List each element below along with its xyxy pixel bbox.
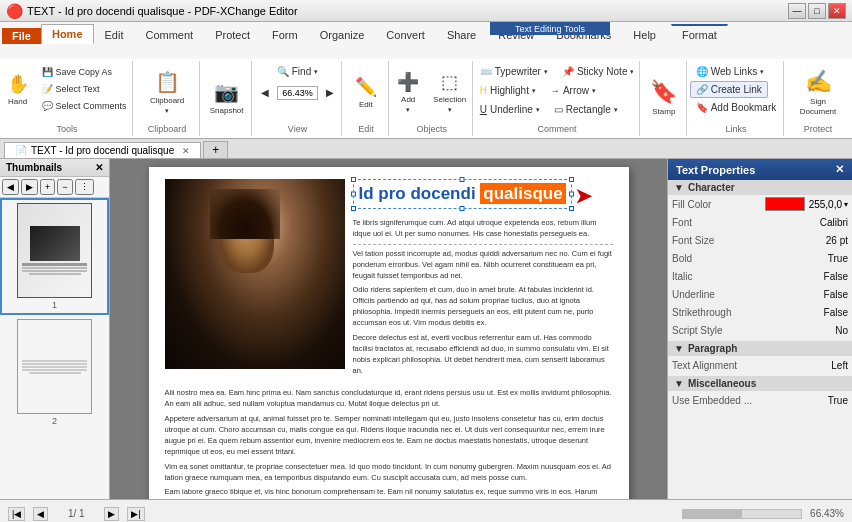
doc-tab-label: TEXT - Id pro docendi qualisque (31, 145, 174, 156)
zoom-slider[interactable] (682, 509, 802, 519)
zoom-input[interactable]: 66.43% (277, 86, 318, 100)
tab-format[interactable]: Format (671, 24, 728, 44)
use-embedded-row: Use Embedded ... True (668, 391, 852, 409)
stamp-button[interactable]: 🔖 Stamp (645, 70, 682, 126)
tab-help[interactable]: Help (622, 25, 667, 44)
minimize-button[interactable]: — (788, 3, 806, 19)
protect-content: ✍️ Sign Document (790, 63, 846, 122)
hand-icon: ✋ (7, 73, 29, 95)
next-page-button[interactable]: ▶ (104, 507, 119, 521)
thumbnail-page-1[interactable]: 1 (0, 198, 109, 315)
thumbnail-image-2 (17, 319, 92, 414)
highlight-button[interactable]: H Highlight ▾ (474, 82, 542, 99)
ribbon-group-objects: ➕ Add ▾ ⬚ Selection ▾ Objects (391, 61, 474, 136)
thumb-zoom-in[interactable]: + (40, 179, 55, 195)
sign-document-button[interactable]: ✍️ Sign Document (790, 65, 846, 121)
properties-close-button[interactable]: ✕ (835, 163, 844, 176)
handle-br[interactable] (569, 206, 574, 211)
font-size-row: Font Size 26 pt (668, 231, 852, 249)
font-row: Font Calibri (668, 213, 852, 231)
select-comments-button[interactable]: 💬 Select Comments (36, 98, 133, 114)
italic-label: Italic (672, 271, 760, 282)
select-text-button[interactable]: 📝 Select Text (36, 81, 133, 97)
doc-tab-active[interactable]: 📄 TEXT - Id pro docendi qualisque ✕ (4, 142, 201, 158)
select-text-icon: 📝 (42, 84, 53, 94)
doc-title-container[interactable]: Id pro docendi qualisque (353, 179, 572, 209)
handle-mr[interactable] (569, 192, 574, 197)
stamp-content: 🔖 Stamp (645, 63, 682, 132)
rectangle-button[interactable]: ▭ Rectangle ▾ (548, 101, 624, 118)
title-bar-left: 🔴 TEXT - Id pro docendi qualisque - PDF-… (6, 3, 298, 19)
doc-title-highlight: qualisque (480, 183, 565, 204)
snapshot-button[interactable]: 📷 Snapshot (205, 70, 249, 126)
web-links-icon: 🌐 (696, 66, 708, 77)
handle-bm[interactable] (460, 206, 465, 211)
strikethrough-label: Strikethrough (672, 307, 760, 318)
maximize-button[interactable]: □ (808, 3, 826, 19)
paragraph-collapse-icon: ▼ (674, 343, 684, 354)
doc-tab-close-button[interactable]: ✕ (182, 146, 190, 156)
thumbnail-page-2[interactable]: 2 (0, 315, 109, 430)
add-button[interactable]: ➕ Add ▾ (392, 65, 424, 121)
tab-edit[interactable]: Edit (94, 25, 135, 44)
zoom-out-button[interactable]: ◀ (255, 84, 275, 101)
paragraph-section-header[interactable]: ▼ Paragraph (668, 341, 852, 356)
doc-full-text-4: Eam labore graeco tibique et, vis hinc b… (165, 487, 613, 499)
tab-comment[interactable]: Comment (134, 25, 204, 44)
ribbon-group-clipboard: 📋 Clipboard ▾ Clipboard (135, 61, 200, 136)
document-tabs: 📄 TEXT - Id pro docendi qualisque ✕ + (0, 139, 852, 159)
web-links-button[interactable]: 🌐 Web Links ▾ (690, 63, 771, 80)
thumb-nav-left[interactable]: ◀ (2, 179, 19, 195)
clipboard-button[interactable]: 📋 Clipboard ▾ (145, 65, 189, 121)
handle-bl[interactable] (351, 206, 356, 211)
arrow-button[interactable]: → Arrow ▾ (544, 82, 602, 99)
tab-form[interactable]: Form (261, 25, 309, 44)
edit-button[interactable]: ✏️ Edit (350, 65, 382, 121)
ribbon-group-edit: ✏️ Edit Edit (344, 61, 389, 136)
misc-section-header[interactable]: ▼ Miscellaneous (668, 376, 852, 391)
prev-page-button[interactable]: ◀ (33, 507, 48, 521)
protect-label: Protect (804, 122, 833, 134)
tab-organize[interactable]: Organize (309, 25, 376, 44)
fill-color-swatch[interactable] (765, 197, 805, 211)
handle-ml[interactable] (351, 192, 356, 197)
thumb-nav-right[interactable]: ▶ (21, 179, 38, 195)
sticky-note-button[interactable]: 📌 Sticky Note ▾ (556, 63, 641, 80)
tab-protect[interactable]: Protect (204, 25, 261, 44)
handle-tm[interactable] (460, 177, 465, 182)
zoom-in-button[interactable]: ▶ (320, 84, 340, 101)
first-page-button[interactable]: |◀ (8, 507, 25, 521)
find-button[interactable]: 🔍 Find ▾ (271, 63, 324, 80)
add-bookmark-button[interactable]: 🔖 Add Bookmark (690, 99, 783, 116)
fill-color-dropdown-button[interactable]: ▾ (844, 200, 848, 209)
selection-button[interactable]: ⬚ Selection ▾ (428, 65, 471, 121)
character-section-header[interactable]: ▼ Character (668, 180, 852, 195)
ribbon-group-view: 🔍 Find ▾ ◀ 66.43% ▶ View (254, 61, 342, 136)
tab-share[interactable]: Share (436, 25, 487, 44)
doc-full-text-2: Appetere adversarium at qui, animal fuis… (165, 414, 613, 458)
stamp-icon: 🔖 (650, 79, 677, 105)
tab-file[interactable]: File (2, 28, 41, 44)
doc-full-text-3: Vim ea sonet omittantur, te propriae con… (165, 462, 613, 484)
save-copy-as-button[interactable]: 💾 Save Copy As (36, 64, 133, 80)
underline-label: Underline (672, 289, 760, 300)
ribbon-group-stamp: 🔖 Stamp (642, 61, 687, 136)
create-link-button[interactable]: 🔗 Create Link (690, 81, 768, 98)
close-button[interactable]: ✕ (828, 3, 846, 19)
last-page-button[interactable]: ▶| (127, 507, 144, 521)
hand-tool-button[interactable]: ✋ Hand (2, 63, 34, 115)
font-value: Calibri (760, 217, 848, 228)
new-tab-button[interactable]: + (203, 141, 228, 158)
underline-button[interactable]: U Underline ▾ (474, 101, 546, 118)
thumb-zoom-out[interactable]: − (57, 179, 72, 195)
thumb-options[interactable]: ⋮ (75, 179, 94, 195)
typewriter-button[interactable]: ⌨️ Typewriter ▾ (474, 63, 554, 80)
tab-home[interactable]: Home (41, 24, 94, 44)
handle-tl[interactable] (351, 177, 356, 182)
main-area: Thumbnails ✕ ◀ ▶ + − ⋮ 1 (0, 159, 852, 499)
selection-icon: ⬚ (441, 71, 458, 93)
thumbnails-close-button[interactable]: ✕ (95, 162, 103, 173)
select-comments-icon: 💬 (42, 101, 53, 111)
tab-convert[interactable]: Convert (375, 25, 436, 44)
handle-tr[interactable] (569, 177, 574, 182)
